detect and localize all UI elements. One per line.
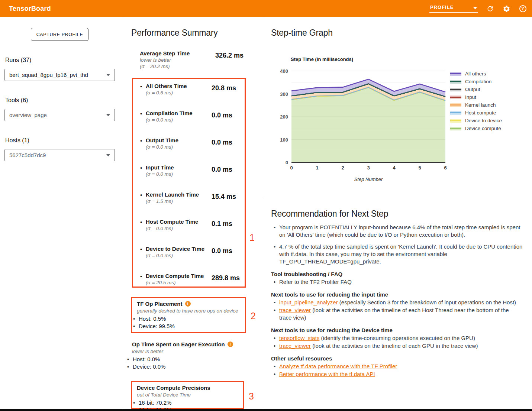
- info-icon[interactable]: i: [185, 301, 191, 307]
- item-text: (identify the time-consuming operations …: [319, 335, 475, 341]
- chevron-down-icon: [106, 74, 110, 76]
- metric-value: 0.1 ms: [212, 220, 232, 228]
- item-text: (especially Section 3 for the breakdown …: [338, 299, 516, 305]
- legend-label: Compilation: [465, 79, 491, 84]
- metric-row: •Output Time(σ = 0.0 ms)0.0 ms: [137, 137, 241, 150]
- metric-value: 0.0 ms: [212, 139, 232, 146]
- bullet: •: [140, 137, 142, 144]
- bullet: •: [140, 219, 142, 225]
- chevron-down-icon: [473, 7, 477, 9]
- subsection-item: Better performance with the tf.data API: [271, 370, 523, 378]
- legend-label: Host compute: [465, 110, 496, 116]
- block-note: generally desired to have more ops on de…: [137, 308, 241, 314]
- recommendation-bullet: Your program is POTENTIALLY input-bound …: [271, 224, 523, 239]
- bullet: •: [140, 273, 142, 279]
- legend-item: All others: [450, 70, 502, 78]
- tool-link[interactable]: input_pipeline_analyzer: [279, 299, 338, 305]
- legend-label: Output: [465, 87, 480, 92]
- legend-item: Host compute: [450, 109, 502, 117]
- svg-text:3: 3: [367, 165, 370, 171]
- subsection-item: Analyze tf.data performance with the TF …: [271, 363, 523, 370]
- metric-row: Average Step Timelower is better(σ = 20.…: [140, 50, 259, 69]
- block-title: TF Op Placementi: [137, 300, 241, 307]
- hosts-label: Hosts (1): [5, 137, 29, 144]
- recommendation-bullets: Your program is POTENTIALLY input-bound …: [271, 224, 523, 265]
- block-title: Device Compute Precisions: [137, 384, 239, 391]
- legend-item: Input: [450, 93, 502, 101]
- metric-row: •Device to Device Time(σ = 0.0 ms)0.0 ms: [137, 245, 241, 259]
- refresh-icon[interactable]: [486, 4, 494, 13]
- legend-item: Kernel launch: [450, 101, 502, 109]
- tool-link[interactable]: trace_viewer: [279, 343, 311, 349]
- svg-text:6: 6: [444, 165, 446, 171]
- metric-row: •Compilation Time(σ = 0.0 ms)0.0 ms: [137, 110, 241, 123]
- subsection-heading: Next tools to use for reducing the input…: [271, 291, 523, 298]
- settings-icon[interactable]: [502, 4, 510, 13]
- step-time-chart: 01002003004000123456Step Time (in millis…: [275, 56, 454, 186]
- runs-select[interactable]: bert_squad_8gpu_fp16_pvt_thd: [4, 69, 115, 81]
- block-note: out of Total Device Time: [137, 392, 239, 398]
- legend-label: All others: [465, 71, 486, 77]
- device-compute-precisions-annotated-box: 3 Device Compute Precisionsout of Total …: [131, 381, 244, 409]
- performance-summary-title: Performance Summary: [131, 28, 218, 38]
- svg-text:300: 300: [280, 91, 288, 97]
- metric-value: 289.8 ms: [212, 274, 240, 282]
- legend-swatch: [450, 72, 461, 76]
- metric-value: 0.0 ms: [212, 247, 232, 255]
- svg-text:0: 0: [286, 160, 288, 165]
- block-item: Host: 0.0%: [127, 356, 255, 363]
- app-title: TensorBoard: [9, 0, 51, 17]
- block-item: 16-bit: 70.2%: [133, 399, 239, 407]
- runs-label: Runs (37): [5, 57, 31, 64]
- legend-swatch: [450, 127, 461, 130]
- subsection-item: Refer to the TF2 Profiler FAQ: [271, 278, 523, 286]
- tf-op-placement-annotated-box: 2 TF Op Placementigenerally desired to h…: [131, 297, 246, 333]
- info-icon[interactable]: i: [228, 342, 233, 347]
- svg-text:5: 5: [418, 165, 421, 171]
- annotation-1: 1: [249, 232, 255, 243]
- dashboard-selector[interactable]: PROFILE: [429, 4, 478, 13]
- legend-label: Input: [465, 94, 476, 100]
- eager-execution-block: Op Time Spent on Eager Executionilower i…: [132, 341, 255, 370]
- item-text: (look at the activities on the timeline …: [311, 343, 478, 349]
- metric-row: •All Others Time(σ = 0.6 ms)20.8 ms: [137, 82, 241, 96]
- tool-link[interactable]: Analyze tf.data performance with the TF …: [279, 363, 397, 369]
- capture-profile-button[interactable]: CAPTURE PROFILE: [31, 28, 88, 41]
- svg-text:2: 2: [341, 165, 344, 171]
- recommendation-subsection: Other useful resourcesAnalyze tf.data pe…: [271, 355, 523, 378]
- legend-label: Device compute: [465, 126, 501, 131]
- sidebar: CAPTURE PROFILE Runs (37) bert_squad_8gp…: [0, 17, 123, 409]
- tool-link[interactable]: tensorflow_stats: [279, 335, 319, 341]
- recommendation-title: Recommendation for Next Step: [271, 209, 523, 219]
- svg-text:Step Number: Step Number: [354, 177, 383, 182]
- recommendation-subsections: Tool troubleshooting / FAQRefer to the T…: [271, 271, 523, 378]
- legend-swatch: [450, 88, 461, 91]
- performance-summary-panel: Performance Summary Average Step Timelow…: [123, 17, 263, 409]
- tool-link[interactable]: trace_viewer: [279, 307, 311, 313]
- bullet: •: [140, 246, 142, 252]
- tool-link[interactable]: Better performance with the tf.data API: [279, 371, 375, 377]
- item-text: Refer to the TF2 Profiler FAQ: [279, 279, 352, 285]
- metric-row: •Device Compute Time(σ = 20.5 ms)289.8 m…: [137, 272, 241, 286]
- recommendation-section: Recommendation for Next Step Your progra…: [263, 199, 532, 378]
- recommendation-bullet: 4.7 % of the total step time sampled is …: [271, 243, 523, 265]
- tools-select[interactable]: overview_page: [4, 109, 115, 121]
- hosts-select-value: 5627c5dd7dc9: [9, 152, 106, 158]
- metric-value: 20.8 ms: [212, 84, 236, 92]
- average-step-time-row: Average Step Timelower is better(σ = 20.…: [140, 50, 259, 69]
- step-time-breakdown-annotated-box: 1 •All Others Time(σ = 0.6 ms)20.8 ms•Co…: [132, 78, 246, 288]
- svg-text:Step Time (in milliseconds): Step Time (in milliseconds): [291, 56, 353, 62]
- metric-value: 0.0 ms: [212, 111, 232, 119]
- subsection-item: tensorflow_stats (identify the time-cons…: [271, 334, 523, 342]
- bullet: •: [140, 165, 142, 171]
- svg-text:200: 200: [280, 114, 288, 120]
- svg-text:100: 100: [280, 137, 288, 143]
- app-header: TensorBoard PROFILE ?: [0, 0, 532, 17]
- help-icon[interactable]: ?: [519, 4, 527, 13]
- svg-text:4: 4: [393, 165, 396, 171]
- recommendation-subsection: Tool troubleshooting / FAQRefer to the T…: [271, 271, 523, 286]
- subsection-item: trace_viewer (look at the activities on …: [271, 307, 523, 321]
- hosts-select[interactable]: 5627c5dd7dc9: [4, 149, 115, 161]
- bottom-edge-bar: [0, 409, 532, 411]
- step-time-graph-title: Step-time Graph: [271, 28, 333, 38]
